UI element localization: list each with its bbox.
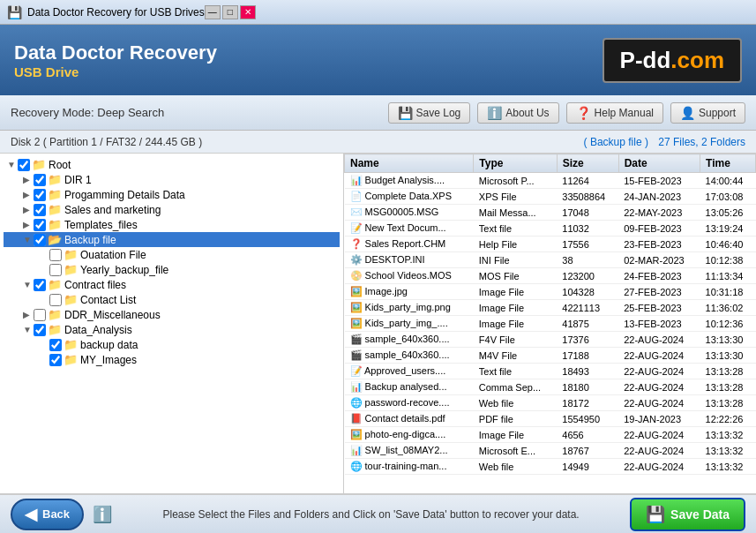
table-row[interactable]: 🌐 tour-training-man...Web file1494922-AU… [345,459,756,475]
file-time: 13:13:30 [700,348,756,364]
file-type-icon: 🎬 [350,334,363,344]
file-size: 1554950 [557,411,618,427]
back-button[interactable]: ◀ Back [11,499,84,530]
file-type: PDF file [474,411,557,427]
file-name: 📀 School Videos.MOS [345,268,474,284]
file-size: 17556 [557,236,618,252]
minimize-button[interactable]: — [205,5,221,19]
about-us-button[interactable]: ℹ️ About Us [477,102,558,124]
file-type: Image File [474,427,557,443]
tree-item[interactable]: ▼📁Data_Analysis [4,322,340,337]
expand-icon[interactable]: ▼ [23,325,34,334]
tree-item[interactable]: 📁Ouatation File [4,247,340,262]
tree-item[interactable]: ▼📁Contract files [4,277,340,292]
table-row[interactable]: 📊 Budget Analysis....Microsoft P...11264… [345,173,756,189]
col-time[interactable]: Time [700,154,756,173]
table-row[interactable]: ❓ Sales Report.CHMHelp File1755623-FEB-2… [345,236,756,252]
file-type-icon: 📝 [350,365,363,376]
tree-item[interactable]: ▶📁DIR 1 [4,172,340,187]
tree-item[interactable]: 📁Yearly_backup_file [4,262,340,277]
tree-checkbox[interactable] [49,294,62,306]
tree-checkbox[interactable] [49,339,62,351]
tree-item[interactable]: ▼📂Backup file [4,232,340,247]
tree-checkbox[interactable] [49,354,62,366]
table-row[interactable]: 📄 Complete Data.XPSXPS File3350886424-JA… [345,189,756,205]
tree-item-label: Root [49,159,71,171]
expand-icon[interactable]: ▶ [23,205,34,214]
file-type-icon: 📊 [350,175,363,185]
col-type[interactable]: Type [474,154,557,173]
save-data-button[interactable]: 💾 Save Data [630,498,745,531]
file-type-icon: 🎬 [350,349,363,360]
file-date: 22-MAY-2023 [618,205,700,221]
table-row[interactable]: ✉️ MSG00005.MSGMail Messa...1704822-MAY-… [345,205,756,221]
brand-subtitle: USB Drive [14,64,217,79]
expand-icon[interactable]: ▼ [7,160,18,169]
tree-checkbox[interactable] [49,264,62,276]
file-size: 33508864 [557,189,618,205]
table-row[interactable]: 🌐 password-recove....Web file1817222-AUG… [345,395,756,411]
table-row[interactable]: 📊 SW_list_08MAY2...Microsoft E...1876722… [345,443,756,459]
file-date: 22-AUG-2024 [618,443,700,459]
file-count: 27 Files, 2 Folders [658,136,745,148]
tree-checkbox[interactable] [34,219,46,231]
tree-checkbox[interactable] [34,279,46,291]
bottombar: ◀ Back ℹ️ Please Select the Files and Fo… [0,494,756,533]
tree-checkbox[interactable] [49,249,62,261]
tree-item[interactable]: 📁Contact List [4,292,340,307]
tree-item[interactable]: ▶📁Progamming Details Data [4,187,340,202]
help-manual-button[interactable]: ❓ Help Manual [566,102,663,124]
tree-item[interactable]: 📁MY_Images [4,352,340,367]
col-name[interactable]: Name [345,154,474,173]
file-name: 🖼️ Image.jpg [345,284,474,300]
file-name: 📊 SW_list_08MAY2... [345,443,474,459]
col-size[interactable]: Size [557,154,618,173]
expand-icon[interactable]: ▶ [23,310,34,319]
table-row[interactable]: 📀 School Videos.MOSMOS File12320024-FEB-… [345,268,756,284]
table-row[interactable]: 🖼️ photo-eng-digca....Image File465622-A… [345,427,756,443]
expand-icon[interactable]: ▼ [23,235,34,244]
close-button[interactable]: ✕ [240,5,256,19]
tree-checkbox[interactable] [34,324,46,336]
file-name: 🌐 tour-training-man... [345,459,474,475]
expand-icon[interactable]: ▶ [23,190,34,199]
mode-label: Recovery Mode: Deep Search [11,106,164,119]
file-table: Name Type Size Date Time 📊 Budget Analys… [344,154,756,475]
tree-checkbox[interactable] [34,234,46,246]
col-date[interactable]: Date [618,154,700,173]
tree-item[interactable]: 📁backup data [4,337,340,352]
file-type-icon: ❓ [350,238,363,249]
table-row[interactable]: 📊 Backup analysed...Comma Sep...1818022-… [345,379,756,395]
table-row[interactable]: 📝 New Text Docum...Text file1103209-FEB-… [345,221,756,236]
table-row[interactable]: 🖼️ Kids_party_img.pngImage File422111325… [345,300,756,316]
maximize-button[interactable]: □ [222,5,238,19]
tree-item[interactable]: ▼📁Root [4,157,340,172]
file-size: 4656 [557,427,618,443]
file-type-icon: ⚙️ [350,254,363,265]
expand-icon[interactable]: ▼ [23,280,34,289]
table-row[interactable]: 🎬 sample_640x360....M4V File1718822-AUG-… [345,348,756,364]
file-time: 13:05:26 [700,205,756,221]
file-type: INI File [474,252,557,268]
table-row[interactable]: 📝 Approved_users....Text file1849322-AUG… [345,364,756,379]
table-row[interactable]: 📕 Contact details.pdfPDF file155495019-J… [345,411,756,427]
tree-item[interactable]: ▶📁Templates_files [4,217,340,232]
tree-checkbox[interactable] [34,309,46,321]
table-row[interactable]: ⚙️ DESKTOP.INIINI File3802-MAR-202310:12… [345,252,756,268]
tree-item[interactable]: ▶📁DDR_Miscellaneous [4,307,340,322]
tree-checkbox[interactable] [34,174,46,186]
expand-icon[interactable]: ▶ [23,220,34,229]
file-type-icon: 🌐 [350,461,363,471]
tree-checkbox[interactable] [34,189,46,201]
tree-checkbox[interactable] [18,159,30,171]
table-row[interactable]: 🖼️ Image.jpgImage File10432827-FEB-20231… [345,284,756,300]
tree-item[interactable]: ▶📁Sales and marketing [4,202,340,217]
table-row[interactable]: 🖼️ Kids_party_img_....Image File4187513-… [345,316,756,332]
support-button[interactable]: 👤 Support [670,102,745,124]
file-table-body: 📊 Budget Analysis....Microsoft P...11264… [345,173,756,475]
expand-icon[interactable]: ▶ [23,175,34,184]
tree-checkbox[interactable] [34,204,46,216]
file-panel: Name Type Size Date Time 📊 Budget Analys… [344,154,756,493]
save-log-button[interactable]: 💾 Save Log [388,102,471,124]
table-row[interactable]: 🎬 sample_640x360....F4V File1737622-AUG-… [345,332,756,348]
